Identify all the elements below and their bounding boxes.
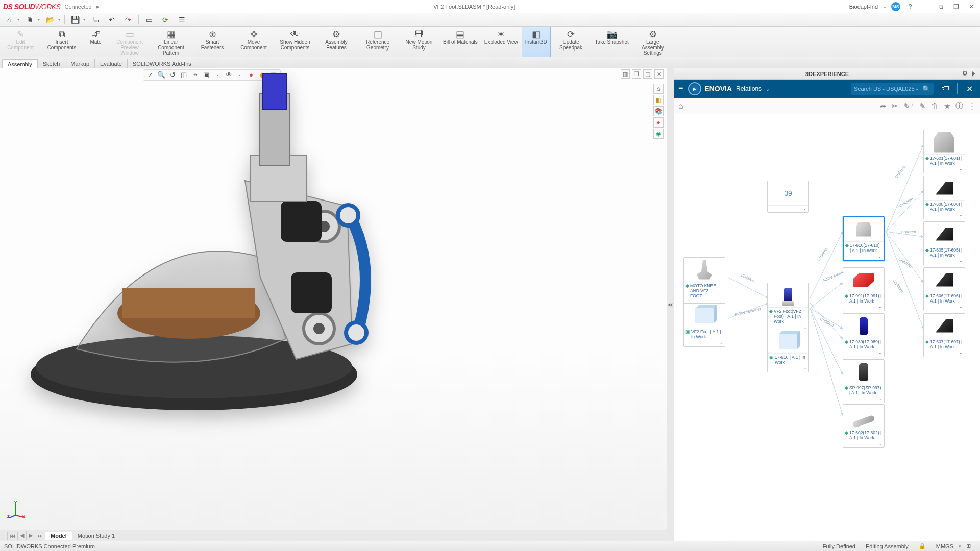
ribbon-take-snapshot[interactable]: 📷Take Snapshot [592, 27, 632, 57]
options-icon[interactable]: ☰ [176, 14, 188, 26]
ribbon-mate[interactable]: 🖇Mate [83, 27, 109, 57]
action-info-icon[interactable]: ⓘ [955, 101, 963, 111]
ribbon-linear-pattern[interactable]: ▦Linear Component Pattern [151, 27, 192, 57]
save-dropdown-icon[interactable]: ▾ [83, 17, 85, 22]
enovia-search-input[interactable] [854, 86, 920, 92]
home-dropdown-icon[interactable]: ▾ [17, 17, 19, 22]
node-17-608[interactable]: ◆17-608(17-608) | A.1 | In Work ⌄ [923, 176, 965, 219]
app-menu-caret-icon[interactable]: ▶ [96, 4, 100, 9]
action-share-icon[interactable]: ➦ [880, 102, 887, 111]
node-menu-icon[interactable]: ⌄ [878, 441, 883, 446]
node-menu-icon[interactable]: ⌄ [803, 365, 807, 370]
node-menu-icon[interactable]: ⌄ [959, 212, 963, 217]
compass-icon[interactable]: ▸ [688, 82, 701, 95]
node-menu-icon[interactable]: ⌄ [803, 206, 807, 211]
action-favorite-icon[interactable]: ★ [944, 102, 950, 111]
view-triad[interactable]: Y X Z [7, 501, 27, 520]
action-delete-icon[interactable]: 🗑 [931, 102, 939, 110]
tab-nav-last-icon[interactable]: ⏭ [35, 532, 45, 540]
ribbon-assembly-features[interactable]: ⚙Assembly Features [316, 27, 357, 57]
ribbon-bom[interactable]: ▤Bill of Materials [440, 27, 481, 57]
action-more-icon[interactable]: ⋮ [968, 102, 976, 111]
node-menu-icon[interactable]: ⌄ [878, 304, 883, 309]
status-lock-icon[interactable]: 🔒 [919, 543, 926, 549]
node-menu-icon[interactable]: ⌄ [878, 350, 883, 355]
node-menu-icon[interactable]: ⌄ [719, 340, 723, 345]
node-17-610[interactable]: ◆17-610(17-610) | A.1 | In Work ⌄ [843, 216, 885, 261]
taskpane-appearances-icon[interactable]: ● [653, 117, 664, 128]
enovia-search[interactable]: 🔍 [851, 83, 934, 95]
ribbon-smart-fasteners[interactable]: ⊛Smart Fasteners [192, 27, 233, 57]
ribbon-reference-geometry[interactable]: ◫Reference Geometry [357, 27, 399, 57]
status-extra-icon[interactable]: ⊞ [966, 543, 971, 549]
tag-icon[interactable]: 🏷 [939, 82, 952, 95]
node-menu-icon[interactable]: ⌄ [959, 304, 963, 309]
ribbon-show-hidden[interactable]: 👁Show Hidden Components [275, 27, 316, 57]
ribbon-insert-components[interactable]: ⧉Insert Components [41, 27, 83, 57]
panel-settings-icon[interactable]: ⚙ [962, 70, 968, 77]
taskpane-custom-icon[interactable]: ◉ [653, 129, 664, 139]
print-icon[interactable]: 🖶 [89, 14, 102, 26]
tab-assembly[interactable]: Assembly [2, 59, 38, 68]
panel-collapse-icon[interactable]: ⏵ [971, 70, 977, 77]
tenant-caret-icon[interactable]: ⌄ [883, 4, 887, 9]
side-panel-collapse[interactable]: ≪ [667, 68, 674, 541]
node-root-physical[interactable]: ▣VF2 Foot | A.1 | In Work ⌄ [683, 303, 725, 347]
rebuild-icon[interactable]: ⟳ [159, 14, 172, 26]
ribbon-edit-component[interactable]: ✎Edit Component [0, 27, 41, 57]
close-button[interactable]: ✕ [966, 2, 977, 11]
open-icon[interactable]: 📂 [44, 14, 56, 26]
node-17-602[interactable]: ◆17-602(17-602) | A.1 | In Work ⌄ [843, 404, 885, 448]
select-icon[interactable]: ▭ [143, 14, 155, 26]
node-count[interactable]: 39 ⌄ [767, 181, 809, 213]
node-menu-icon[interactable]: ⌄ [959, 166, 963, 171]
new-dropdown-icon[interactable]: ▾ [38, 17, 40, 22]
search-icon[interactable]: 🔍 [922, 85, 930, 93]
node-mid-bottom[interactable]: ▣17-610 | A.1 | In Work ⌄ [767, 329, 809, 372]
node-menu-icon[interactable]: ⌄ [878, 396, 883, 401]
tab-nav-prev-icon[interactable]: ◀ [18, 531, 27, 540]
enovia-section-caret-icon[interactable]: ⌄ [766, 86, 770, 92]
enovia-menu-icon[interactable]: ≡ [678, 84, 683, 93]
ribbon-large-asm[interactable]: ⚙Large Assembly Settings [632, 27, 674, 57]
node-17-991[interactable]: ◆17-991(17-991) | A.1 | In Work ⌄ [843, 267, 885, 311]
action-add-icon[interactable]: ✎⁺ [903, 102, 914, 111]
tab-nav-next-icon[interactable]: ▶ [27, 531, 35, 540]
ribbon-exploded-view[interactable]: ✶Exploded View [481, 27, 522, 57]
viewport-close-icon[interactable]: ✕ [654, 69, 664, 79]
undo-icon[interactable]: ↶ [106, 14, 118, 26]
taskpane-design-library-icon[interactable]: 📚 [653, 106, 664, 116]
node-root-asm[interactable]: ◆MOTO KNEE AND VF2 FOOT… ⌄ [683, 257, 725, 307]
relations-canvas[interactable]: Children Active Member Children Active M… [674, 114, 980, 541]
taskpane-resources-icon[interactable]: ◧ [653, 95, 664, 105]
node-menu-icon[interactable]: ⌄ [959, 350, 963, 355]
ribbon-update-speedpak[interactable]: ⟳Update Speedpak [551, 27, 592, 57]
viewport-restore-icon[interactable]: ❐ [632, 69, 641, 79]
taskpane-home-icon[interactable]: ⌂ [653, 84, 664, 94]
layout-button-1[interactable]: ⧉ [935, 2, 946, 11]
enovia-home-icon[interactable]: ⌂ [678, 102, 683, 111]
ribbon-new-motion-study[interactable]: 🎞New Motion Study [399, 27, 440, 57]
tenant-name[interactable]: Biodapt-Ind [849, 4, 878, 10]
viewport-split-icon[interactable]: ▥ [621, 69, 630, 79]
help-icon[interactable]: ? [904, 2, 916, 11]
enovia-close-icon[interactable]: ✕ [963, 82, 976, 95]
minimize-button[interactable]: — [920, 2, 931, 11]
tab-sketch[interactable]: Sketch [37, 59, 66, 68]
action-link-icon[interactable]: ✂ [892, 102, 898, 111]
node-vf2[interactable]: ◆VF2 Foot(VF2 Foot) | A.1 | In Work ⌄ [767, 283, 809, 332]
node-17-601[interactable]: ◆17-601(17-601) | A.1 | In Work ⌄ [923, 130, 965, 173]
status-units[interactable]: MMGS [936, 543, 953, 549]
node-menu-icon[interactable]: ⌄ [959, 258, 963, 263]
open-dropdown-icon[interactable]: ▾ [58, 17, 60, 22]
tab-nav-first-icon[interactable]: ⏮ [7, 532, 18, 540]
ribbon-component-preview[interactable]: ▭Component Preview Window [109, 27, 151, 57]
ribbon-instant3d[interactable]: ◧Instant3D [522, 27, 551, 57]
user-avatar[interactable]: MS [891, 2, 900, 11]
layout-button-2[interactable]: ❐ [950, 2, 962, 11]
graphics-viewport[interactable]: ⤢ 🔍 ↺ ◫ ⌖ ▣ · 👁 · ● ◐ ▦ ▥ ❐ ▢ ✕ ⌂ ◧ 📚 ● … [0, 68, 667, 541]
enovia-section[interactable]: Relations [736, 85, 762, 92]
node-sp-997[interactable]: ◆SP-997(SP-997) | A.1 | In Work ⌄ [843, 359, 885, 403]
node-17-605[interactable]: ◆17-605(17-605) | A.1 | In Work ⌄ [923, 221, 965, 265]
new-icon[interactable]: 🗎 [23, 14, 36, 26]
